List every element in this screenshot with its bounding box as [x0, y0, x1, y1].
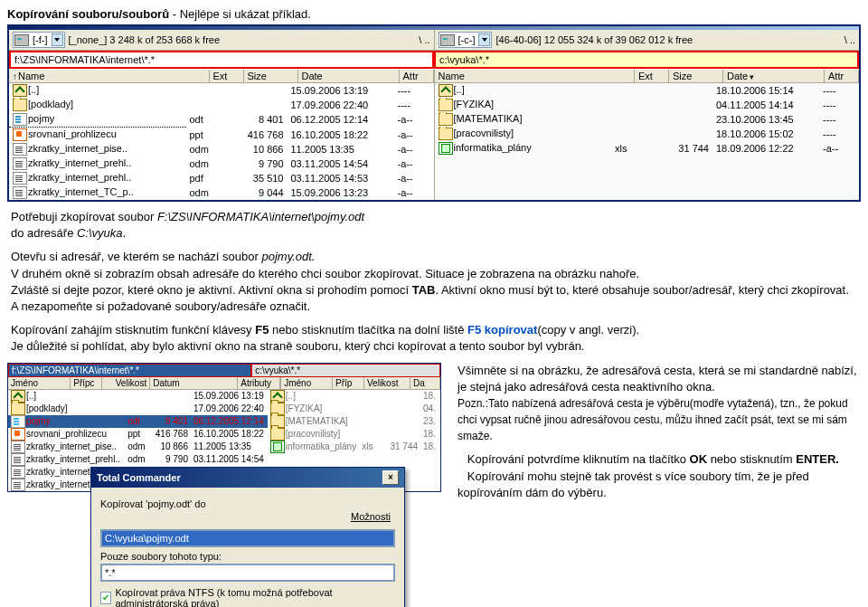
drive-combo-left[interactable]: [-f-] — [13, 32, 65, 48]
path-right-inactive[interactable]: c:\vyuka\*.* — [251, 364, 440, 377]
file-row[interactable]: [..]15.09.2006 13:19---- — [9, 83, 434, 98]
file-row[interactable]: [pracovnilisty]18. — [268, 428, 440, 441]
file-row[interactable]: informatika_plányxls31 74418. — [268, 441, 440, 453]
file-manager-top: [-f-] [_none_] 3 248 k of 253 668 k free… — [7, 24, 861, 202]
checkbox-icon[interactable] — [100, 592, 111, 604]
drive-combo-right[interactable]: [-c-] — [439, 32, 493, 48]
col-ext[interactable]: Přípc — [71, 377, 102, 389]
col-size[interactable]: Velikost — [102, 377, 150, 389]
file-row[interactable]: [FYZIKA]04. — [268, 403, 440, 415]
disk-info-right: [46-40-06] 12 055 324 k of 39 062 012 k … — [495, 34, 693, 45]
up-dots-right[interactable]: \ .. — [844, 34, 855, 45]
chevron-down-icon[interactable] — [52, 33, 63, 46]
file-icon — [11, 403, 25, 415]
file-row[interactable]: [FYZIKA]04.11.2005 14:14---- — [435, 98, 860, 112]
file-row[interactable]: [..]18.10.2006 15:14---- — [435, 83, 860, 98]
close-icon[interactable]: × — [382, 470, 399, 485]
col-date[interactable]: Datum — [150, 377, 238, 389]
filename-italic: pojmy.odt. — [261, 250, 315, 263]
path-italic: C:\vyuka — [77, 226, 123, 240]
path-left[interactable]: f:\ZS\INFORMATIKA\internet\*.* — [9, 51, 434, 69]
column-headers-small: Jméno Přípc Velikost Datum Atributy Jmén… — [8, 377, 440, 390]
col-size[interactable]: Size — [244, 70, 298, 82]
text: Všimněte si na obrázku, že adresářová ce… — [458, 364, 857, 394]
drive-icon — [440, 34, 455, 46]
paragraph-2: Otevřu si adresář, ve kterém se nachází … — [11, 249, 857, 315]
text: (copy v angl. verzi). — [537, 323, 639, 337]
file-row[interactable]: zkratky_internet_pise..odm10 86611.2005 … — [9, 142, 434, 156]
file-row[interactable]: [pracovnilisty]18.10.2006 15:02---- — [435, 127, 860, 141]
file-icon — [11, 441, 25, 453]
col-name[interactable]: Name — [9, 70, 210, 82]
pane-left[interactable]: [..]15.09.2006 13:19----[podklady]17.09.… — [9, 83, 434, 200]
file-row[interactable]: zkratky_internet_pise..odm10 86611.2005 … — [8, 441, 268, 453]
file-row[interactable]: [podklady]17.09.2006 22:40---- — [9, 98, 434, 112]
col-name[interactable]: Name — [435, 70, 636, 82]
file-icon — [13, 143, 27, 156]
options-button[interactable]: Možnosti — [346, 509, 395, 524]
text: Tato nabízená adresářová cesta je výběru… — [458, 397, 848, 442]
col-ext[interactable]: Ext — [210, 70, 244, 82]
col-name[interactable]: Jméno — [8, 377, 71, 389]
file-icon — [13, 99, 27, 111]
up-dots-left[interactable]: \ .. — [419, 34, 429, 45]
text: . — [123, 226, 127, 240]
col-attr[interactable]: Attr — [825, 70, 859, 82]
file-row[interactable]: pojmyodt8 40106.12.2005 12:14-a-- — [9, 112, 434, 128]
file-row[interactable]: [MATEMATIKA]23. — [268, 415, 440, 428]
title-bold: Kopírování souboru/souborů — [7, 7, 169, 21]
col-size[interactable]: Size — [669, 70, 723, 82]
col-date[interactable]: Date — [298, 70, 400, 82]
text: Potřebuji zkopírovat soubor — [11, 210, 157, 223]
file-row[interactable]: [MATEMATIKA]23.10.2006 13:45---- — [435, 112, 860, 127]
file-row[interactable]: srovnani_prohlizecuppt416 76816.10.2005 … — [9, 128, 434, 143]
side-paragraph-2: Kopírování potvrdíme kliknutím na tlačít… — [458, 451, 857, 501]
dialog-titlebar[interactable]: Total Commander × — [91, 468, 404, 488]
col-attr[interactable]: Attr — [400, 70, 434, 82]
file-icon — [13, 84, 27, 97]
col-attr[interactable]: Atributy — [238, 377, 280, 389]
paragraph-3: Kopírování zahájím stisknutím funkční kl… — [11, 322, 857, 355]
file-icon — [11, 428, 25, 441]
path-right[interactable]: c:\vyuka\*.* — [434, 51, 859, 69]
col-date[interactable]: Date — [723, 70, 825, 82]
ntfs-checkbox-row[interactable]: Kopírovat práva NTFS (k tomu možná potře… — [100, 587, 395, 608]
file-icon — [11, 415, 25, 428]
file-row[interactable]: srovnani_prohlizecuppt416 76816.10.2005 … — [8, 428, 268, 441]
drive-cell-left: [-f-] [_none_] 3 248 k of 253 668 k free… — [9, 30, 434, 50]
col-size[interactable]: Velikost — [364, 377, 410, 389]
file-row[interactable]: informatika_plányxls31 74418.09.2006 12:… — [435, 141, 860, 156]
file-row[interactable]: [..]18. — [268, 390, 440, 403]
file-icon — [439, 142, 453, 155]
path-left-active[interactable]: f:\ZS\INFORMATIKA\internet\*.* — [8, 364, 251, 377]
file-row[interactable]: [..]15.09.2006 13:19 — [8, 390, 268, 403]
col-ext[interactable]: Příp — [333, 377, 364, 389]
file-row[interactable]: zkratky_internet_TC_p..odm9 04415.09.200… — [9, 185, 434, 200]
key-enter: ENTER. — [796, 452, 839, 466]
filter-input[interactable] — [100, 564, 395, 582]
file-icon — [270, 441, 285, 453]
column-headers: Name Ext Size Date Attr Name Ext Size Da… — [9, 69, 859, 83]
headers-left: Name Ext Size Date Attr — [9, 70, 434, 82]
text: do adresáře — [11, 226, 77, 240]
key-ok: OK — [690, 452, 708, 466]
target-path-input[interactable] — [100, 529, 395, 547]
file-row[interactable]: [podklady]17.09.2006 22:40 — [8, 403, 268, 415]
file-icon — [439, 99, 453, 111]
chevron-down-icon[interactable] — [478, 33, 490, 46]
page-title: Kopírování souboru/souborů - Nejlépe si … — [7, 7, 861, 21]
col-name[interactable]: Jméno — [280, 377, 333, 389]
text: Kopírování zahájím stisknutím funkční kl… — [11, 323, 255, 337]
files-pane: [..]15.09.2006 13:19----[podklady]17.09.… — [9, 83, 859, 200]
file-icon — [11, 479, 25, 491]
copy-dialog: Total Commander × Kopírovat 'pojmy.odt' … — [90, 467, 405, 608]
filter-label: Pouze soubory tohoto typu: — [100, 551, 395, 562]
file-icon — [13, 128, 27, 141]
file-row[interactable]: zkratky_internet_prehl..odm9 79003.11.20… — [8, 453, 268, 466]
pane-right[interactable]: [..]18.10.2006 15:14----[FYZIKA]04.11.20… — [434, 83, 860, 200]
col-ext[interactable]: Ext — [635, 70, 669, 82]
col-date[interactable]: Da — [410, 377, 440, 389]
file-row[interactable]: zkratky_internet_prehl..pdf35 51003.11.2… — [9, 171, 434, 185]
file-row[interactable]: pojmyodt8 40106.12.2005 12:14 — [8, 415, 268, 428]
file-row[interactable]: zkratky_internet_prehl..odm9 79003.11.20… — [9, 156, 434, 171]
